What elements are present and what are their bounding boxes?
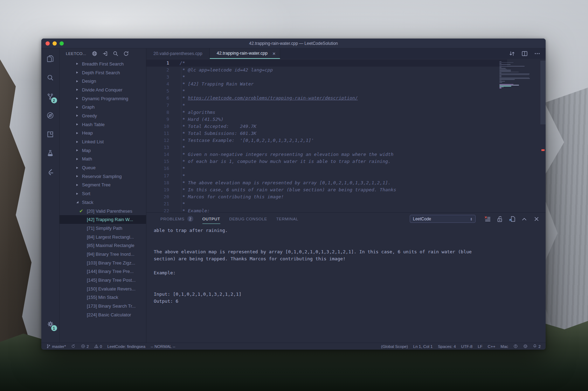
tree-item[interactable]: Queue	[60, 163, 146, 172]
tree-item[interactable]: [42] Trapping Rain W...	[60, 215, 146, 224]
globe-icon[interactable]	[92, 51, 97, 56]
tree-item[interactable]: Dynamic Programming	[60, 94, 146, 103]
tab-valid-parentheses[interactable]: 20.valid-parentheses.cpp	[146, 48, 210, 59]
chevron-right-icon[interactable]	[76, 94, 82, 103]
editor-scrollbar[interactable]	[540, 59, 546, 212]
unlock-icon[interactable]	[496, 215, 503, 222]
code-line[interactable]: 10 * Total Accepted: 249.7K	[146, 123, 507, 130]
code-line[interactable]: 14 * Given n non-negative integers repre…	[146, 151, 507, 158]
tree-item[interactable]: ✔[20] Valid Parentheses	[60, 207, 146, 215]
chevron-right-icon[interactable]	[76, 172, 82, 181]
tree-item[interactable]: Math	[60, 155, 146, 164]
search-icon[interactable]	[113, 51, 118, 56]
code-line[interactable]: 19 * In this case, 6 units of rain water…	[146, 186, 507, 193]
tree-item[interactable]: Reservoir Sampling	[60, 172, 146, 181]
tree-item[interactable]: Stack	[60, 198, 146, 207]
activity-leetcode[interactable]	[41, 163, 60, 181]
status-item-git-branch[interactable]: master*	[46, 344, 66, 349]
tree-item[interactable]: [150] Evaluate Revers...	[60, 284, 146, 293]
tree-item[interactable]: Design	[60, 77, 146, 85]
tree-item[interactable]: [155] Min Stack	[60, 293, 146, 302]
tree-item[interactable]: [145] Binary Tree Post...	[60, 276, 146, 284]
code-line[interactable]: 8 * algorithms	[146, 109, 507, 116]
code-line[interactable]: 20 * Marcos for contributing this image!	[146, 193, 507, 200]
tree-item[interactable]: Greedy	[60, 111, 146, 120]
window-titlebar[interactable]: 42.trapping-rain-water.cpp — LeetCodeSol…	[41, 39, 546, 48]
status-item-eol[interactable]: LF	[478, 344, 482, 349]
code-line[interactable]: 22 * Example:	[146, 207, 507, 212]
tree-item[interactable]: Divide And Conquer	[60, 85, 146, 94]
chevron-right-icon[interactable]	[76, 111, 82, 120]
status-item-encoding[interactable]: UTF-8	[461, 344, 473, 349]
chevron-right-icon[interactable]	[76, 103, 82, 111]
clear-output-icon[interactable]	[484, 215, 491, 222]
code-line[interactable]: 1/*	[146, 60, 507, 67]
status-item-cursor-position[interactable]: Ln 1, Col 1	[413, 344, 433, 349]
close-panel-icon[interactable]	[533, 215, 540, 222]
activity-source-control[interactable]: 2	[41, 87, 60, 106]
tree-item[interactable]: Linked List	[60, 137, 146, 146]
more-actions-icon[interactable]	[534, 50, 541, 57]
status-item-sync[interactable]	[71, 344, 76, 349]
status-item-vim-mode[interactable]: -- NORMAL --	[151, 344, 175, 349]
maximize-panel-icon[interactable]	[521, 215, 528, 222]
close-tab-icon[interactable]: ×	[272, 51, 276, 56]
output-channel-select[interactable]: LeetCode ▲▼	[410, 215, 476, 223]
activity-search[interactable]	[41, 68, 60, 87]
tree-item[interactable]: [71] Simplify Path	[60, 224, 146, 233]
code-line[interactable]: 7 *	[146, 102, 507, 109]
refresh-icon[interactable]	[123, 51, 129, 56]
tab-trapping-rain-water[interactable]: 42.trapping-rain-water.cpp ×	[210, 48, 280, 59]
code-line[interactable]: 17 *	[146, 172, 507, 179]
zoom-window-button[interactable]	[60, 41, 64, 46]
chevron-right-icon[interactable]	[76, 189, 82, 198]
tree-item[interactable]: Depth First Search	[60, 68, 146, 77]
status-item-symbol-scope[interactable]: (Global Scope)	[381, 344, 408, 349]
activity-settings[interactable]: 1	[41, 315, 60, 334]
code-line[interactable]: 6 * https://leetcode.com/problems/trappi…	[146, 95, 507, 102]
activity-explorer[interactable]	[41, 49, 60, 68]
status-item-info[interactable]	[513, 344, 518, 349]
tree-item[interactable]: Heap	[60, 129, 146, 138]
tree-item[interactable]: [103] Binary Tree Zigz...	[60, 259, 146, 267]
status-item-language-mode[interactable]: C++	[488, 344, 496, 349]
tree-item[interactable]: Breadth First Search	[60, 60, 146, 68]
chevron-right-icon[interactable]	[76, 85, 82, 94]
code-line[interactable]: 16 *	[146, 165, 507, 172]
chevron-right-icon[interactable]	[76, 155, 82, 164]
chevron-right-icon[interactable]	[76, 129, 82, 138]
chevron-right-icon[interactable]	[76, 68, 82, 77]
chevron-right-icon[interactable]	[76, 146, 82, 155]
status-item-leetcode-user[interactable]: LeetCode: findingsea	[107, 344, 145, 349]
chevron-down-icon[interactable]	[76, 198, 82, 207]
status-item-warnings[interactable]: 0	[94, 344, 102, 349]
code-link[interactable]: https://leetcode.com/problems/trapping-r…	[188, 95, 358, 101]
tree-item[interactable]: [94] Binary Tree Inord...	[60, 250, 146, 259]
tree-item[interactable]: [173] Binary Search Tr...	[60, 302, 146, 310]
open-log-file-icon[interactable]	[509, 215, 516, 222]
status-item-feedback[interactable]	[523, 344, 528, 349]
activity-extensions[interactable]	[41, 125, 60, 144]
minimap[interactable]	[499, 61, 532, 89]
code-line[interactable]: 12 * Testcase Example: '[0,1,0,2,1,0,1,3…	[146, 137, 507, 144]
panel-tab-problems[interactable]: PROBLEMS2	[160, 213, 193, 225]
tree-item[interactable]: Graph	[60, 103, 146, 111]
panel-tab-debug-console[interactable]: DEBUG CONSOLE	[229, 213, 267, 225]
code-line[interactable]: 18 * The above elevation map is represen…	[146, 179, 507, 186]
panel-tab-terminal[interactable]: TERMINAL	[276, 213, 298, 225]
status-item-errors[interactable]: 2	[81, 344, 89, 349]
chevron-right-icon[interactable]	[76, 120, 82, 129]
close-window-button[interactable]	[46, 41, 50, 46]
code-line[interactable]: 4 * [42] Trapping Rain Water	[146, 81, 507, 88]
tree-item[interactable]: [84] Largest Rectangl...	[60, 233, 146, 241]
tree-item[interactable]: [85] Maximal Rectangle	[60, 241, 146, 250]
panel-tab-output[interactable]: OUTPUT	[202, 213, 220, 225]
code-line[interactable]: 5 *	[146, 88, 507, 95]
activity-debug-disabled[interactable]	[41, 106, 60, 125]
chevron-right-icon[interactable]	[76, 77, 82, 85]
chevron-right-icon[interactable]	[76, 60, 82, 68]
tree-item[interactable]: [144] Binary Tree Pre...	[60, 267, 146, 276]
status-item-notifications[interactable]: 2	[533, 344, 541, 349]
chevron-right-icon[interactable]	[76, 181, 82, 190]
tree-item[interactable]: [224] Basic Calculator	[60, 310, 146, 319]
